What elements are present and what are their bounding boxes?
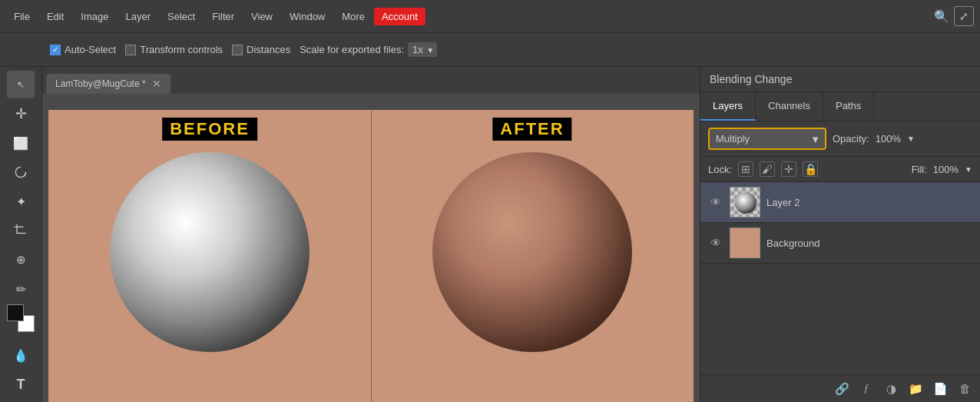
blend-row: Normal Dissolve Multiply Screen Overlay … xyxy=(700,121,980,157)
layer-list: 👁 Layer 2 👁 Background xyxy=(700,182,980,374)
after-label: AFTER xyxy=(492,118,571,141)
canvas-content: BEFORE AFTER xyxy=(48,110,694,402)
expand-icon[interactable]: ⤢ xyxy=(954,6,974,26)
menu-select[interactable]: Select xyxy=(160,8,203,25)
menu-filter[interactable]: Filter xyxy=(204,8,242,25)
distances-label: Distances xyxy=(247,44,290,55)
transform-controls-label: Transform controls xyxy=(140,44,223,55)
menu-layer[interactable]: Layer xyxy=(118,8,159,25)
blend-mode-select[interactable]: Normal Dissolve Multiply Screen Overlay … xyxy=(710,129,825,148)
dropper-tool[interactable]: 💧 xyxy=(7,341,35,369)
scale-label: Scale for exported files: xyxy=(300,44,404,55)
new-layer-icon[interactable]: 📄 xyxy=(931,380,949,398)
sphere-after xyxy=(432,152,632,352)
menu-view[interactable]: View xyxy=(243,8,280,25)
canvas-after: AFTER xyxy=(371,110,694,402)
search-icon[interactable]: 🔍 xyxy=(931,5,952,27)
canvas-before: BEFORE xyxy=(48,110,371,402)
menu-window[interactable]: Window xyxy=(282,8,333,25)
menu-edit[interactable]: Edit xyxy=(39,8,71,25)
layer-name: Layer 2 xyxy=(766,197,972,208)
opacity-label: Opacity: xyxy=(833,133,869,145)
fill-label: Fill: xyxy=(912,164,927,175)
move-tool[interactable]: ↖ xyxy=(7,71,35,98)
lock-image-button[interactable]: 🖌 xyxy=(760,161,775,177)
adjustment-layer-icon[interactable]: ◑ xyxy=(882,380,900,398)
sphere-thumbnail xyxy=(735,192,757,214)
transform-controls-option: Transform controls xyxy=(125,44,223,55)
distances-option: Distances xyxy=(232,44,290,55)
layer-visibility-icon[interactable]: 👁 xyxy=(708,235,723,251)
layer-thumbnail xyxy=(730,228,760,258)
menu-bar: File Edit Image Layer Select Filter View… xyxy=(0,0,980,33)
opacity-arrow-icon[interactable]: ▼ xyxy=(907,135,915,143)
svg-text:↖: ↖ xyxy=(17,79,25,89)
lock-position-button[interactable]: ✛ xyxy=(781,161,796,177)
panel-tabs: Layers Channels Paths xyxy=(700,92,980,121)
tab-close-button[interactable]: ✕ xyxy=(152,78,161,90)
menu-file[interactable]: File xyxy=(6,8,38,25)
scale-option: Scale for exported files: 1x 2x 3x ▼ xyxy=(300,42,437,57)
fill-arrow-icon[interactable]: ▼ xyxy=(965,165,972,174)
layer-row[interactable]: 👁 Background xyxy=(700,223,980,264)
tab-paths[interactable]: Paths xyxy=(823,92,874,121)
fill-value[interactable]: 100% xyxy=(933,164,958,175)
tab-layers[interactable]: Layers xyxy=(700,92,756,121)
link-layers-icon[interactable]: 🔗 xyxy=(833,380,851,398)
lock-row: Lock: ⊞ 🖌 ✛ 🔒 Fill: 100% ▼ xyxy=(700,157,980,182)
layer-name: Background xyxy=(766,238,972,249)
auto-select-label: Auto-Select xyxy=(65,44,116,55)
before-label: BEFORE xyxy=(162,118,257,141)
select-rect-tool[interactable]: ⬜ xyxy=(7,129,35,157)
layer-row[interactable]: 👁 Layer 2 xyxy=(700,182,980,223)
color-picker[interactable] xyxy=(7,304,35,332)
menu-account[interactable]: Account xyxy=(374,8,425,25)
scale-select[interactable]: 1x 2x 3x xyxy=(408,42,437,57)
document-tab[interactable]: LamToby@MugCute * ✕ xyxy=(46,74,171,94)
text-tool[interactable]: T xyxy=(7,370,35,398)
magic-wand-tool[interactable]: ✦ xyxy=(7,188,35,215)
menu-image[interactable]: Image xyxy=(73,8,116,25)
layer-effects-icon[interactable]: ƒ xyxy=(857,380,876,398)
move-tool-2[interactable]: ✛ xyxy=(7,100,35,128)
sphere-before xyxy=(110,152,310,352)
lasso-tool[interactable] xyxy=(7,158,35,186)
lock-all-button[interactable]: 🔒 xyxy=(803,161,818,177)
panel-title: Blending Change xyxy=(700,67,980,92)
panel-bottom: 🔗 ƒ ◑ 📁 📄 🗑 xyxy=(700,374,980,402)
brush-tool[interactable]: ✏ xyxy=(7,275,35,303)
auto-select-option: Auto-Select xyxy=(50,44,116,55)
tab-title: LamToby@MugCute * xyxy=(55,78,146,89)
crop-tool[interactable] xyxy=(7,217,35,244)
lock-pixels-button[interactable]: ⊞ xyxy=(738,161,753,177)
options-bar: Auto-Select Transform controls Distances… xyxy=(0,33,980,67)
lock-label: Lock: xyxy=(708,164,732,175)
blend-mode-wrapper: Normal Dissolve Multiply Screen Overlay … xyxy=(708,128,826,150)
distances-checkbox[interactable] xyxy=(232,45,243,55)
left-toolbar: ↖ ✛ ⬜ ✦ ⊕ ✏ 💧 T xyxy=(0,67,42,402)
layer-visibility-icon[interactable]: 👁 xyxy=(708,194,723,210)
tab-bar: LamToby@MugCute * ✕ xyxy=(42,67,700,94)
canvas-area: LamToby@MugCute * ✕ BEFORE AFTER xyxy=(42,67,700,402)
right-panel: Blending Change Layers Channels Paths No… xyxy=(700,67,980,402)
tab-channels[interactable]: Channels xyxy=(756,92,823,121)
bg-thumbnail xyxy=(730,228,760,257)
foreground-color[interactable] xyxy=(7,304,24,321)
auto-select-checkbox[interactable] xyxy=(50,45,61,55)
delete-layer-icon[interactable]: 🗑 xyxy=(955,380,974,398)
opacity-value[interactable]: 100% xyxy=(876,133,901,145)
menu-more[interactable]: More xyxy=(334,8,372,25)
layer-thumbnail xyxy=(730,187,760,218)
heal-tool[interactable]: ⊕ xyxy=(7,246,35,274)
checkerboard-bg xyxy=(730,188,760,217)
main-area: ↖ ✛ ⬜ ✦ ⊕ ✏ 💧 T LamToby@MugCute * ✕ xyxy=(0,67,980,402)
transform-controls-checkbox[interactable] xyxy=(125,45,136,55)
group-layer-icon[interactable]: 📁 xyxy=(906,380,925,398)
